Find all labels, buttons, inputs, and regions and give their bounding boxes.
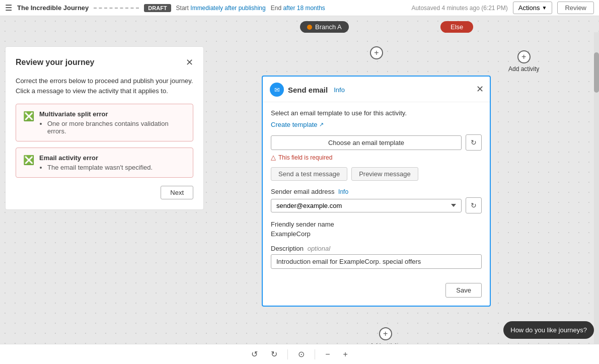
bottom-toolbar: ↺ ↻ ⊙ − +: [0, 344, 599, 364]
autosaved-text: Autosaved 4 minutes ago (6:21 PM): [411, 5, 507, 12]
undo-icon: ↺: [251, 350, 258, 358]
modal-info-link[interactable]: Info: [334, 86, 345, 94]
modal-body: Select an email template to use for this…: [263, 102, 490, 283]
email-icon: ✉: [270, 83, 284, 97]
add-activity-top[interactable]: +: [370, 46, 383, 59]
refresh-icon: ↻: [471, 138, 477, 147]
plus-icon-right[interactable]: +: [517, 50, 531, 63]
error-content-split: Multivariate split error One or more bra…: [39, 110, 186, 135]
send-email-modal: ✉ Send email Info ✕ Select an email temp…: [262, 76, 491, 307]
template-row: Choose an email template ↻: [271, 134, 482, 151]
start-link[interactable]: Immediately after publishing: [190, 5, 265, 12]
review-panel: Review your journey ✕ Correct the errors…: [5, 46, 204, 210]
error-body-email: The email template wasn't specified.: [39, 164, 153, 171]
actions-button[interactable]: Actions ▼: [513, 2, 553, 14]
branch-dot: [307, 25, 312, 30]
error-card-split[interactable]: ❎ Multivariate split error One or more b…: [16, 104, 193, 141]
end-link[interactable]: after 18 months: [283, 5, 325, 12]
plus-icon-toolbar: +: [343, 350, 348, 358]
scroll-thumb: [594, 52, 599, 93]
undo-button[interactable]: ↺: [248, 347, 261, 361]
external-link-icon: ↗: [319, 121, 324, 128]
test-preview-row: Send a test message Preview message: [271, 167, 482, 181]
refresh-sender-icon: ↻: [471, 201, 477, 209]
modal-close-button[interactable]: ✕: [476, 84, 484, 95]
refresh-sender-button[interactable]: ↻: [466, 197, 482, 213]
sender-email-select[interactable]: sender@example.com: [271, 199, 462, 212]
add-activity-label-right: Add activity: [508, 65, 539, 72]
field-required-message: △ This field is required: [271, 154, 482, 161]
redo-icon: ↻: [271, 350, 277, 358]
journey-title: The Incredible Journey: [17, 4, 89, 12]
branch-a-node[interactable]: Branch A: [300, 21, 349, 33]
modal-title: Send email: [288, 86, 328, 94]
sender-info-link[interactable]: Info: [338, 188, 348, 195]
sender-select-wrapper: sender@example.com ↻: [271, 197, 482, 213]
section-description: Select an email template to use for this…: [271, 109, 482, 117]
error-card-email[interactable]: ❎ Email activity error The email templat…: [16, 148, 193, 178]
plus-icon[interactable]: +: [370, 46, 383, 59]
create-template-link[interactable]: Create template ↗: [271, 121, 324, 128]
canvas: Branch A Else + + Add activity Review yo…: [0, 16, 599, 364]
error-body-split: One or more branches contains validation…: [39, 120, 186, 135]
zoom-out-button[interactable]: −: [322, 348, 333, 361]
description-optional: optional: [308, 245, 331, 252]
review-panel-header: Review your journey ✕: [16, 57, 193, 68]
friendly-name-label: Friendly sender name: [271, 221, 482, 228]
review-footer: Next: [16, 186, 193, 199]
warning-icon: △: [271, 154, 276, 161]
review-panel-close[interactable]: ✕: [186, 57, 193, 68]
description-input[interactable]: [271, 254, 482, 269]
send-test-button[interactable]: Send a test message: [271, 167, 347, 181]
add-activity-right[interactable]: + Add activity: [508, 50, 539, 72]
draft-badge: DRAFT: [144, 4, 171, 12]
choose-template-button[interactable]: Choose an email template: [271, 135, 462, 150]
scroll-bar[interactable]: [594, 32, 599, 364]
branch-else-node[interactable]: Else: [440, 21, 473, 33]
review-panel-title: Review your journey: [16, 58, 95, 67]
end-label: End after 18 months: [271, 5, 325, 12]
modal-footer: Save: [263, 283, 490, 298]
error-icon-split: ❎: [23, 111, 34, 122]
refresh-template-button[interactable]: ↻: [466, 134, 482, 151]
target-icon: ⊙: [298, 350, 305, 358]
redo-button[interactable]: ↻: [268, 347, 280, 361]
start-label: Start Immediately after publishing: [176, 5, 266, 12]
error-icon-email: ❎: [23, 155, 34, 166]
friendly-name-value: ExampleCorp: [271, 230, 482, 238]
toolbar-divider-1: [287, 349, 288, 359]
modal-header: ✉ Send email Info ✕: [263, 77, 490, 102]
hamburger-menu[interactable]: ☰: [5, 3, 12, 13]
chevron-down-icon: ▼: [542, 5, 547, 11]
error-title-email: Email activity error: [39, 154, 153, 162]
top-bar: ☰ The Incredible Journey DRAFT Start Imm…: [0, 0, 599, 16]
review-button[interactable]: Review: [557, 2, 594, 14]
target-button[interactable]: ⊙: [295, 347, 308, 361]
feedback-bubble[interactable]: How do you like journeys?: [503, 321, 594, 339]
error-title-split: Multivariate split error: [39, 110, 186, 118]
preview-message-button[interactable]: Preview message: [351, 167, 418, 181]
save-button[interactable]: Save: [445, 283, 482, 298]
review-description: Correct the errors below to proceed and …: [16, 76, 193, 96]
sender-email-label: Sender email address Info: [271, 188, 482, 195]
plus-icon-bottom[interactable]: +: [379, 327, 392, 340]
zoom-in-button[interactable]: +: [340, 348, 351, 361]
next-button[interactable]: Next: [161, 186, 193, 199]
minus-icon: −: [325, 350, 330, 358]
toolbar-divider-2: [315, 349, 315, 359]
error-content-email: Email activity error The email template …: [39, 154, 153, 171]
description-label: Description optional: [271, 245, 482, 252]
